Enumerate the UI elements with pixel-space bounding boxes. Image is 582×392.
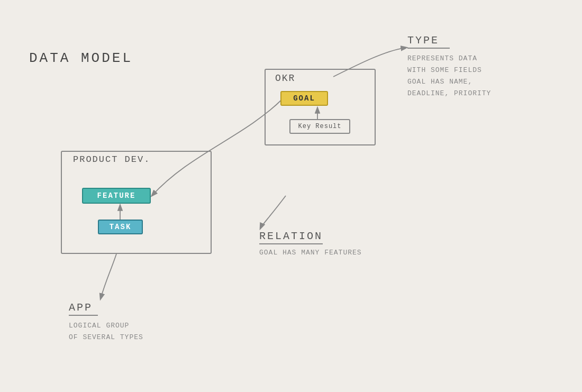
product-dev-label: PRODUCT DEV. [73, 154, 150, 165]
feature-badge: FEATURE [82, 188, 151, 204]
type-heading: TYPE [407, 34, 439, 47]
relation-heading: RELATION [259, 230, 323, 242]
relation-underline [259, 243, 323, 244]
app-heading: APP [69, 302, 93, 314]
type-underline [407, 48, 450, 49]
type-description: REPRESENTS DATA WITH SOME FIELDS GOAL HA… [407, 53, 491, 99]
goal-badge: GOAL [280, 91, 328, 106]
page-title: DATA MODEL [29, 50, 133, 66]
relation-description: GOAL HAS MANY FEATURES [259, 249, 362, 257]
task-badge: TASK [98, 220, 143, 234]
app-description: LOGICAL GROUP OF SEVERAL TYPES [69, 320, 143, 343]
key-result-badge: Key Result [289, 119, 350, 134]
app-underline [69, 315, 98, 316]
okr-label: OKR [275, 73, 295, 84]
